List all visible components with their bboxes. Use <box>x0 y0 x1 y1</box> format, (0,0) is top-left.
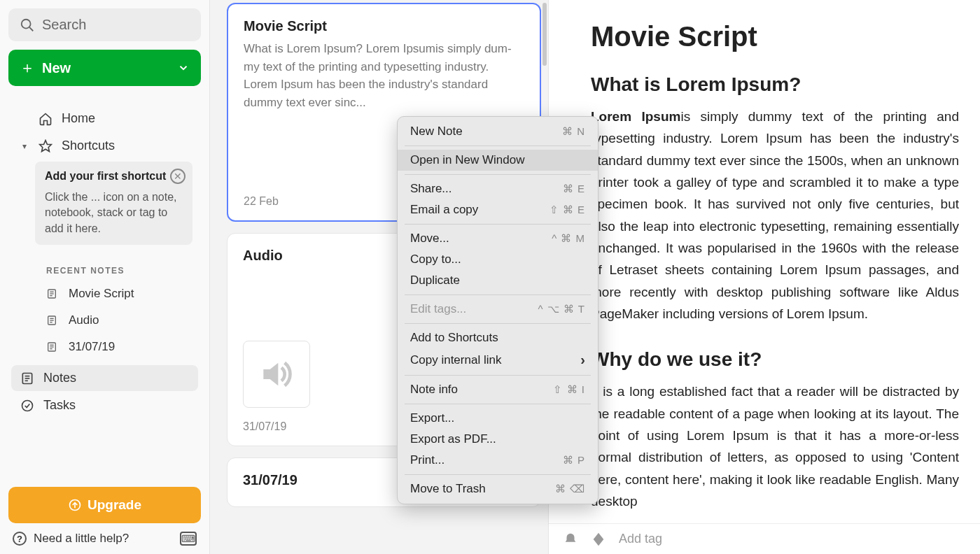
menu-item-label: Add to Shortcuts <box>410 331 498 345</box>
menu-item-label: Edit tags... <box>410 302 466 316</box>
add-tag-input[interactable]: Add tag <box>619 532 662 546</box>
help-link[interactable]: ? Need a little help? <box>8 523 201 548</box>
menu-item: Edit tags...^ ⌥ ⌘ T <box>398 299 598 320</box>
nav-home-label: Home <box>62 111 95 126</box>
menu-item-label: Copy internal link <box>410 353 501 367</box>
menu-item[interactable]: Export as PDF... <box>398 429 598 450</box>
menu-item[interactable]: Email a copy⇧ ⌘ E <box>398 199 598 220</box>
menu-item-shortcut: ⌘ N <box>562 125 585 138</box>
editor-paragraph-1: Lorem Ipsumis simply dummy text of the p… <box>591 106 959 325</box>
close-icon[interactable]: ✕ <box>170 169 186 184</box>
menu-item-label: Copy to... <box>410 253 461 267</box>
nav-tasks-label: Tasks <box>43 398 76 413</box>
check-circle-icon <box>20 399 35 413</box>
speaker-icon <box>257 355 296 394</box>
editor-footer: Add tag <box>549 523 980 554</box>
editor-heading-1: What is Lorem Ipsum? <box>591 73 959 96</box>
nav: Home ▾ Shortcuts ✕ Add your first shortc… <box>8 106 201 418</box>
menu-item-shortcut: ⇧ ⌘ I <box>553 383 585 396</box>
chevron-down-icon <box>177 62 190 74</box>
editor-paragraph-2: It is a long established fact that a rea… <box>591 381 959 512</box>
recent-item-label: 31/07/19 <box>69 340 115 354</box>
note-preview: What is Lorem Ipsum? Lorem Ipsumis simpl… <box>244 40 524 111</box>
svg-marker-2 <box>40 140 52 151</box>
note-icon <box>46 287 60 300</box>
menu-item[interactable]: Copy to... <box>398 249 598 270</box>
note-icon <box>46 341 60 353</box>
menu-item-shortcut: ⌘ E <box>563 183 585 195</box>
menu-item-label: Share... <box>410 182 452 196</box>
menu-separator <box>405 404 591 404</box>
new-button-label: New <box>42 60 71 76</box>
menu-item-label: Email a copy <box>410 203 478 217</box>
menu-item-label: Export... <box>410 411 454 425</box>
menu-item-label: Note info <box>410 383 458 397</box>
search-placeholder: Search <box>42 17 86 33</box>
recent-item-label: Audio <box>69 313 99 327</box>
svg-point-0 <box>22 19 31 28</box>
nav-notes[interactable]: Notes <box>11 365 198 391</box>
recent-item-0[interactable]: Movie Script <box>11 281 198 306</box>
editor-title[interactable]: Movie Script <box>591 21 959 52</box>
menu-separator <box>405 145 591 146</box>
note-title: Movie Script <box>244 18 524 34</box>
note-icon <box>46 314 60 327</box>
menu-item[interactable]: Note info⇧ ⌘ I <box>398 379 598 400</box>
menu-item-label: Move... <box>410 232 449 246</box>
help-label: Need a little help? <box>34 532 129 546</box>
star-icon <box>38 139 53 153</box>
menu-item[interactable]: New Note⌘ N <box>398 121 598 142</box>
nav-tasks[interactable]: Tasks <box>11 392 198 418</box>
scrollbar[interactable] <box>542 3 547 66</box>
menu-item-shortcut: ^ ⌥ ⌘ T <box>538 303 585 315</box>
upgrade-button[interactable]: Upgrade <box>8 487 201 523</box>
tag-icon[interactable] <box>591 532 606 547</box>
search-icon <box>20 17 35 33</box>
menu-item-label: New Note <box>410 125 463 138</box>
menu-item-shortcut: ^ ⌘ M <box>552 232 585 245</box>
nav-shortcuts[interactable]: ▾ Shortcuts <box>11 133 198 159</box>
menu-item-shortcut: ⌘ P <box>563 454 585 467</box>
menu-separator <box>405 323 591 324</box>
plus-icon: ＋ <box>20 57 35 78</box>
menu-item-shortcut: ⌘ ⌫ <box>555 483 585 495</box>
menu-item-label: Export as PDF... <box>410 432 496 446</box>
menu-item[interactable]: Move to Trash⌘ ⌫ <box>398 478 598 499</box>
chevron-right-icon: › <box>580 352 585 368</box>
upgrade-icon <box>68 498 82 512</box>
editor: Movie Script What is Lorem Ipsum? Lorem … <box>549 0 980 554</box>
shortcut-promo-body: Click the ... icon on a note, notebook, … <box>45 190 183 236</box>
recent-item-2[interactable]: 31/07/19 <box>11 334 198 360</box>
search-input[interactable]: Search <box>8 8 201 41</box>
menu-item[interactable]: Print...⌘ P <box>398 450 598 471</box>
menu-item[interactable]: Copy internal link› <box>398 348 598 371</box>
upgrade-label: Upgrade <box>88 497 141 513</box>
svg-point-19 <box>22 400 33 411</box>
menu-item[interactable]: Duplicate <box>398 270 598 291</box>
menu-item[interactable]: Add to Shortcuts <box>398 327 598 348</box>
recent-item-1[interactable]: Audio <box>11 308 198 333</box>
editor-body[interactable]: What is Lorem Ipsum? Lorem Ipsumis simpl… <box>591 73 959 537</box>
reminder-icon[interactable] <box>563 532 578 547</box>
nav-notes-label: Notes <box>43 371 76 385</box>
menu-item-label: Duplicate <box>410 274 460 287</box>
menu-item[interactable]: Move...^ ⌘ M <box>398 228 598 249</box>
menu-item[interactable]: Export... <box>398 408 598 429</box>
menu-separator <box>405 294 591 295</box>
svg-line-1 <box>29 27 33 31</box>
menu-separator <box>405 224 591 225</box>
menu-item-label: Move to Trash <box>410 482 486 496</box>
nav-home[interactable]: Home <box>11 106 198 132</box>
home-icon <box>38 112 53 126</box>
keyboard-icon[interactable] <box>180 532 197 546</box>
menu-item[interactable]: Open in New Window <box>398 150 598 171</box>
note-icon <box>20 371 35 385</box>
menu-separator <box>405 474 591 475</box>
shortcut-promo-title: Add your first shortcut <box>45 170 183 183</box>
new-button[interactable]: ＋ New <box>8 50 201 86</box>
menu-item-label: Print... <box>410 453 444 467</box>
menu-item[interactable]: Share...⌘ E <box>398 178 598 199</box>
menu-separator <box>405 174 591 175</box>
chevron-down-icon: ▾ <box>20 141 29 151</box>
menu-item-label: Open in New Window <box>410 153 524 167</box>
